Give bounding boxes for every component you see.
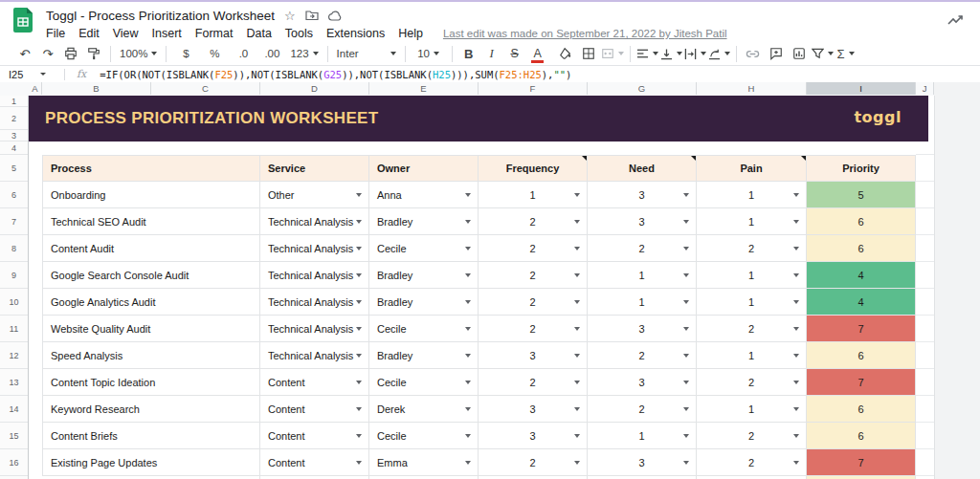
cell-dropdown-arrow[interactable] [574, 407, 580, 411]
table-cell-frequency-row10[interactable]: 2 [479, 289, 588, 316]
table-cell-process-row9[interactable]: Google Search Console Audit [42, 262, 260, 289]
table-cell-owner-row12[interactable]: Bradley [369, 342, 479, 369]
banner-merged-cell[interactable]: PROCESS PRIORITIZATION WORKSHEET toggl [29, 96, 928, 142]
functions-button[interactable]: Σ [835, 43, 857, 64]
table-cell-process-row12[interactable]: Speed Analysis [42, 342, 260, 369]
table-cell-owner-row15[interactable]: Cecile [369, 423, 479, 449]
cell-dropdown-arrow[interactable] [574, 354, 580, 358]
table-cell-service-row15[interactable]: Content [260, 423, 369, 449]
cell-dropdown-arrow[interactable] [356, 434, 362, 438]
table-cell-service-row10[interactable]: Technical Analysis [260, 289, 369, 316]
table-cell-frequency-row6[interactable]: 1 [479, 182, 588, 208]
bold-button[interactable]: B [458, 43, 479, 64]
table-cell-owner-row9[interactable]: Bradley [369, 262, 479, 289]
table-cell-frequency-row16[interactable]: 2 [479, 449, 588, 476]
menu-insert[interactable]: Insert [145, 27, 189, 40]
column-header-C[interactable]: C [151, 82, 260, 95]
cell-dropdown-arrow[interactable] [793, 273, 799, 277]
document-title[interactable]: Toggl - Process Prioritization Worksheet [46, 9, 275, 23]
format-currency-button[interactable]: $ [172, 43, 199, 64]
table-cell-priority-row13[interactable]: 7 [807, 369, 916, 396]
table-cell-frequency-row14[interactable]: 3 [479, 396, 588, 423]
select-all-corner[interactable] [0, 82, 30, 95]
table-header-service[interactable]: Service [260, 155, 369, 182]
text-wrap-button[interactable] [684, 43, 706, 64]
cell-dropdown-arrow[interactable] [574, 273, 580, 277]
zoom-select[interactable]: 100% [117, 43, 160, 64]
cell-dropdown-arrow[interactable] [356, 247, 362, 250]
italic-button[interactable]: I [481, 43, 502, 64]
table-cell-need-row15[interactable]: 1 [588, 423, 697, 449]
sheets-logo-icon[interactable] [13, 8, 33, 33]
cell-dropdown-arrow[interactable] [356, 327, 362, 331]
table-cell-frequency-row11[interactable]: 2 [479, 316, 588, 342]
table-cell-priority-row8[interactable]: 6 [807, 235, 916, 262]
cell-dropdown-arrow[interactable] [465, 354, 471, 358]
table-cell-pain-row6[interactable]: 1 [697, 182, 807, 208]
table-cell-process-row13[interactable]: Content Topic Ideation [42, 369, 260, 396]
table-cell-priority-row15[interactable]: 6 [807, 423, 916, 449]
table-cell-service-row13[interactable]: Content [260, 369, 369, 396]
row-header-3[interactable]: 3 [0, 130, 28, 142]
insert-chart-button[interactable] [789, 43, 810, 64]
table-cell-pain-row9[interactable]: 1 [697, 262, 807, 289]
undo-button[interactable]: ↶ [14, 43, 35, 64]
table-cell-owner-row10[interactable]: Bradley [369, 289, 479, 316]
table-cell-service-row9[interactable]: Technical Analysis [260, 262, 369, 289]
table-cell-owner-row14[interactable]: Derek [369, 396, 479, 423]
column-header-F[interactable]: F [479, 82, 588, 95]
cell-dropdown-arrow[interactable] [793, 461, 799, 465]
cell-dropdown-arrow[interactable] [356, 461, 362, 465]
insert-comment-button[interactable] [766, 43, 787, 64]
row-header-16[interactable]: 16 [0, 449, 28, 476]
row-header-5[interactable]: 5 [0, 155, 28, 182]
cell-dropdown-arrow[interactable] [356, 381, 362, 384]
cell-dropdown-arrow[interactable] [683, 354, 689, 358]
table-header-owner[interactable]: Owner [369, 155, 479, 182]
cell-dropdown-arrow[interactable] [356, 407, 362, 411]
table-header-pain[interactable]: Pain [697, 155, 807, 182]
cell-dropdown-arrow[interactable] [793, 354, 799, 358]
table-cell-service-row12[interactable]: Technical Analysis [260, 342, 369, 369]
cell-dropdown-arrow[interactable] [574, 461, 580, 465]
table-cell-pain-row12[interactable]: 1 [697, 342, 807, 369]
horizontal-align-button[interactable] [636, 43, 658, 64]
table-cell-pain-row8[interactable]: 2 [697, 235, 807, 262]
insert-link-button[interactable] [743, 43, 764, 64]
cell-dropdown-arrow[interactable] [793, 300, 799, 304]
star-icon[interactable]: ☆ [284, 10, 296, 22]
table-cell-process-row6[interactable]: Onboarding [42, 182, 260, 208]
cell-dropdown-arrow[interactable] [574, 327, 580, 331]
cell-dropdown-arrow[interactable] [683, 247, 689, 250]
table-cell-process-row11[interactable]: Website Quality Audit [42, 316, 260, 342]
create-filter-button[interactable] [812, 43, 834, 64]
table-cell-frequency-row15[interactable]: 3 [479, 423, 588, 449]
cell-dropdown-arrow[interactable] [683, 327, 689, 331]
table-cell-priority-row16[interactable]: 7 [807, 449, 916, 476]
table-cell-process-row10[interactable]: Google Analytics Audit [42, 289, 260, 316]
table-cell-process-row16[interactable]: Existing Page Updates [42, 449, 260, 476]
cell-dropdown-arrow[interactable] [793, 407, 799, 411]
row-header-13[interactable]: 13 [0, 369, 28, 396]
table-cell-pain-row10[interactable]: 1 [697, 289, 807, 316]
cell-dropdown-arrow[interactable] [683, 300, 689, 304]
row-header-15[interactable]: 15 [0, 423, 28, 449]
column-header-D[interactable]: D [260, 82, 369, 95]
table-cell-pain-row15[interactable]: 2 [697, 423, 807, 449]
cloud-saved-icon[interactable] [328, 11, 343, 21]
table-cell-priority-row14[interactable]: 6 [807, 396, 916, 423]
table-cell-service-row6[interactable]: Other [260, 182, 369, 208]
cell-dropdown-arrow[interactable] [683, 193, 689, 197]
table-cell-service-row8[interactable]: Technical Analysis [260, 235, 369, 262]
print-button[interactable] [60, 43, 81, 64]
table-cell-need-row13[interactable]: 3 [588, 369, 697, 396]
column-header-B[interactable]: B [42, 82, 151, 95]
table-cell-process-row14[interactable]: Keyword Research [42, 396, 260, 423]
cell-dropdown-arrow[interactable] [465, 434, 471, 438]
cell-dropdown-arrow[interactable] [793, 434, 799, 438]
cell-dropdown-arrow[interactable] [356, 193, 362, 197]
menu-extensions[interactable]: Extensions [320, 27, 391, 40]
cell-dropdown-arrow[interactable] [793, 193, 799, 197]
row-header-4[interactable]: 4 [0, 142, 28, 155]
table-cell-owner-row6[interactable]: Anna [369, 182, 479, 208]
